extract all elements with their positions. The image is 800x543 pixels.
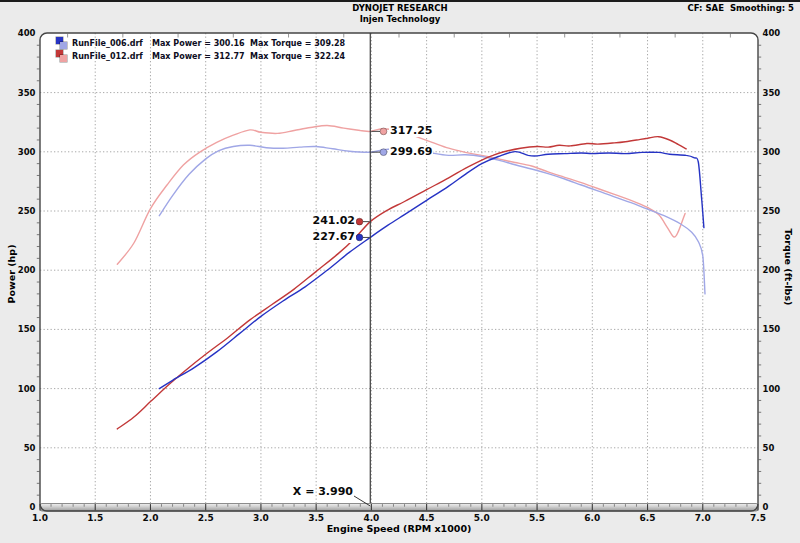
legend-file-name: RunFile_012.drf — [72, 52, 152, 61]
cursor-readout-power_blue: 227.67 — [309, 231, 356, 243]
legend-max-power: Max Power = 300.16 — [152, 39, 250, 48]
dyno-report-screen: DYNOJET RESEARCH Injen Technology CF: SA… — [0, 0, 800, 543]
readout-dot-power_blue — [356, 234, 363, 241]
y-tick-label-right: 150 — [763, 324, 781, 334]
legend-max-torque: Max Torque = 322.24 — [250, 52, 345, 61]
x-tick-label: 6.0 — [584, 513, 600, 523]
left-axis-title: Power (hp) — [6, 245, 17, 304]
y-tick-label-left: 400 — [18, 28, 36, 38]
report-title: DYNOJET RESEARCH — [0, 3, 800, 13]
y-tick-label-right: 0 — [763, 502, 769, 512]
x-tick-label: 2.5 — [198, 513, 214, 523]
y-tick-label-left: 50 — [24, 443, 36, 453]
torque-color-chip — [60, 55, 67, 62]
readout-dot-torque_red — [380, 128, 387, 135]
legend-file-name: RunFile_006.drf — [72, 39, 152, 48]
y-tick-label-right: 100 — [763, 384, 781, 394]
y-tick-label-right: 400 — [763, 28, 781, 38]
x-tick-label: 5.0 — [474, 513, 490, 523]
x-tick-label: 4.5 — [419, 513, 435, 523]
y-tick-label-left: 100 — [18, 384, 36, 394]
cursor-readout-power_red: 241.02 — [309, 215, 356, 227]
y-tick-label-right: 200 — [763, 265, 781, 275]
y-tick-label-left: 0 — [30, 502, 36, 512]
legend-row-run2: RunFile_012.drf Max Power = 312.77 Max T… — [56, 50, 345, 63]
cursor-readout-torque_red: 317.25 — [389, 125, 433, 137]
x-tick-label: 3.0 — [253, 513, 269, 523]
cursor-readout-torque_blue: 299.69 — [389, 146, 433, 158]
y-tick-label-right: 300 — [763, 147, 781, 157]
x-axis-title: Engine Speed (RPM x1000) — [40, 523, 758, 534]
y-tick-label-right: 250 — [763, 206, 781, 216]
y-tick-label-left: 300 — [18, 147, 36, 157]
x-tick-label: 6.5 — [640, 513, 656, 523]
readout-dot-torque_blue — [380, 149, 387, 156]
cursor-x-label: X = 3.990 — [290, 486, 354, 498]
legend-max-torque: Max Torque = 309.28 — [250, 39, 345, 48]
x-axis-bar — [40, 504, 758, 512]
window-top-edge — [0, 0, 800, 2]
y-tick-label-right: 50 — [763, 443, 775, 453]
dyno-chart: 0050501001001501502002002502503003003503… — [0, 0, 800, 543]
legend-max-power: Max Power = 312.77 — [152, 52, 250, 61]
right-axis-title: Torque (ft-lbs) — [783, 229, 794, 306]
y-tick-label-right: 350 — [763, 88, 781, 98]
legend-swatch-run1 — [56, 37, 68, 50]
x-tick-label: 4.0 — [363, 513, 379, 523]
x-tick-label: 5.5 — [529, 513, 545, 523]
legend-swatch-run2 — [56, 50, 68, 63]
y-tick-label-left: 150 — [18, 324, 36, 334]
y-tick-label-left: 350 — [18, 88, 36, 98]
x-tick-label: 2.0 — [142, 513, 158, 523]
y-tick-label-left: 250 — [18, 206, 36, 216]
legend: RunFile_006.drf Max Power = 300.16 Max T… — [56, 37, 345, 63]
x-tick-label: 3.5 — [308, 513, 324, 523]
plot-area — [40, 33, 758, 511]
x-tick-label: 1.0 — [32, 513, 48, 523]
legend-row-run1: RunFile_006.drf Max Power = 300.16 Max T… — [56, 37, 345, 50]
x-tick-label: 7.5 — [750, 513, 766, 523]
torque-color-chip — [60, 42, 67, 49]
x-tick-label: 7.0 — [695, 513, 711, 523]
y-tick-label-left: 200 — [18, 265, 36, 275]
report-subtitle: Injen Technology — [0, 14, 800, 24]
correction-smoothing-settings: CF: SAE Smoothing: 5 — [688, 3, 794, 13]
readout-dot-power_red — [356, 218, 363, 225]
x-tick-label: 1.5 — [87, 513, 103, 523]
